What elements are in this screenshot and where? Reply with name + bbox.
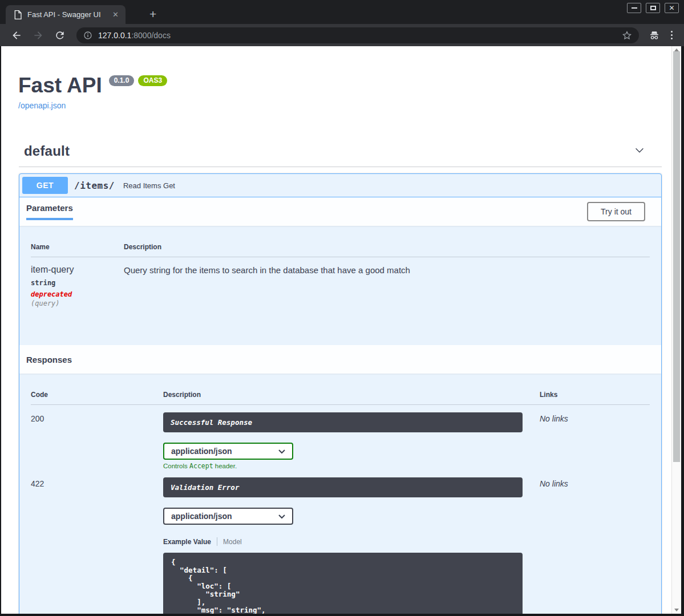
maximize-icon xyxy=(650,6,656,10)
response-row-422: 422 Validation Error application/json Ex… xyxy=(31,477,650,614)
scrollbar-down-arrow-icon[interactable] xyxy=(672,609,681,611)
oas3-badge: OAS3 xyxy=(138,75,167,86)
address-bar[interactable]: 127.0.0.1:8000/docs xyxy=(76,27,639,43)
response-code-422: 422 xyxy=(31,477,163,614)
tag-section-default: default GET /items/ Read Items Get Param… xyxy=(19,143,662,614)
api-info-section: Fast API0.1.0OAS3 /openapi.json xyxy=(1,46,671,111)
browser-chrome: Fast API - Swagger UI ✕ + ✕ 127.0.0.1:80 xyxy=(0,0,684,46)
example-json-block: { "detail": [ { "loc": [ "string" ], "ms… xyxy=(163,553,523,614)
site-info-icon[interactable] xyxy=(83,31,92,40)
method-badge-get: GET xyxy=(22,177,68,194)
parameter-row: item-query string deprecated (query) Que… xyxy=(31,257,650,345)
browser-toolbar: 127.0.0.1:8000/docs xyxy=(0,24,684,46)
tab-title: Fast API - Swagger UI xyxy=(27,10,110,19)
parameters-section-header: Parameters Try it out xyxy=(19,197,661,226)
operation-summary: Read Items Get xyxy=(123,181,175,190)
swagger-ui-page: Fast API0.1.0OAS3 /openapi.json default … xyxy=(1,46,671,614)
select-chevron-icon xyxy=(278,447,285,456)
responses-table: Code Description Links 200 Successful Re… xyxy=(19,374,661,614)
forward-button[interactable] xyxy=(33,30,44,41)
reload-button[interactable] xyxy=(54,30,66,41)
page-favicon-icon xyxy=(14,10,22,19)
response-200-description-box: Successful Response xyxy=(163,412,523,432)
parameter-location: (query) xyxy=(31,299,124,307)
responses-section-header: Responses xyxy=(19,345,661,374)
accept-note-suffix: header. xyxy=(213,463,237,469)
parameters-tab-underline xyxy=(26,218,73,220)
browser-tab[interactable]: Fast API - Swagger UI ✕ xyxy=(6,5,126,24)
media-type-value-200: application/json xyxy=(171,447,232,456)
chevron-down-icon[interactable] xyxy=(633,144,646,159)
parameters-table-head: Name Description xyxy=(31,243,650,257)
tag-name: default xyxy=(24,143,70,159)
bookmark-star-icon[interactable] xyxy=(618,30,636,40)
page-viewport: Fast API0.1.0OAS3 /openapi.json default … xyxy=(1,46,681,614)
param-name-header: Name xyxy=(31,243,124,251)
parameters-title: Parameters xyxy=(26,203,73,213)
url-host: 127.0.0.1 xyxy=(98,31,131,40)
opblock-get-items: GET /items/ Read Items Get Parameters Tr… xyxy=(19,173,662,614)
media-type-value-422: application/json xyxy=(171,512,232,521)
responses-table-head: Code Description Links xyxy=(31,391,650,405)
window-maximize-button[interactable] xyxy=(646,3,660,13)
response-422-links: No links xyxy=(540,477,650,614)
response-description-header: Description xyxy=(163,391,540,399)
response-code-200: 200 xyxy=(31,412,163,470)
response-links-header: Links xyxy=(540,391,650,399)
incognito-badge-icon xyxy=(648,30,661,41)
url-text[interactable]: 127.0.0.1:8000/docs xyxy=(98,31,614,40)
response-code-header: Code xyxy=(31,391,163,399)
api-title: Fast API0.1.0OAS3 xyxy=(18,75,660,96)
api-title-text: Fast API xyxy=(18,74,102,97)
param-description-header: Description xyxy=(124,243,650,251)
media-type-select-200[interactable]: application/json xyxy=(163,443,293,460)
response-row-200: 200 Successful Response application/json… xyxy=(31,412,650,470)
window-close-button[interactable]: ✕ xyxy=(665,3,679,13)
tab-model[interactable]: Model xyxy=(223,538,242,546)
back-button[interactable] xyxy=(11,30,22,41)
example-model-tabs: Example Value Model xyxy=(163,537,540,546)
response-200-links: No links xyxy=(540,412,650,470)
parameter-deprecated-label: deprecated xyxy=(31,290,124,298)
media-type-select-422[interactable]: application/json xyxy=(163,508,293,525)
parameters-tab: Parameters xyxy=(26,203,73,220)
scrollbar-thumb[interactable] xyxy=(673,51,680,462)
tab-separator xyxy=(217,537,217,546)
accept-note-code: Accept xyxy=(189,462,213,470)
parameter-name: item-query xyxy=(31,265,124,275)
minimize-icon xyxy=(632,7,637,9)
openapi-spec-link[interactable]: /openapi.json xyxy=(18,101,66,110)
parameters-table: Name Description item-query string depre… xyxy=(19,226,661,345)
tag-header[interactable]: default xyxy=(19,143,662,167)
close-icon: ✕ xyxy=(669,5,674,11)
new-tab-button[interactable]: + xyxy=(149,7,156,21)
operation-path: /items/ xyxy=(74,180,115,191)
response-422-description-box: Validation Error xyxy=(163,477,523,497)
tab-example-value[interactable]: Example Value xyxy=(163,538,211,546)
parameter-description: Query string for the items to search in … xyxy=(124,265,650,275)
version-badge: 0.1.0 xyxy=(109,75,135,86)
try-it-out-button[interactable]: Try it out xyxy=(587,202,645,221)
url-path: :8000/docs xyxy=(131,31,171,40)
parameter-type: string xyxy=(31,279,124,287)
window-minimize-button[interactable] xyxy=(627,3,641,13)
browser-menu-button[interactable] xyxy=(671,31,673,39)
select-chevron-icon xyxy=(278,512,285,521)
page-scrollbar[interactable] xyxy=(671,46,681,614)
controls-accept-header-note: Controls Accept header. xyxy=(163,462,540,470)
opblock-header[interactable]: GET /items/ Read Items Get xyxy=(19,174,661,197)
accept-note-prefix: Controls xyxy=(163,463,189,469)
example-json-code: { "detail": [ { "loc": [ "string" ], "ms… xyxy=(171,558,515,614)
tab-close-icon[interactable]: ✕ xyxy=(110,10,121,19)
responses-title: Responses xyxy=(26,355,72,364)
